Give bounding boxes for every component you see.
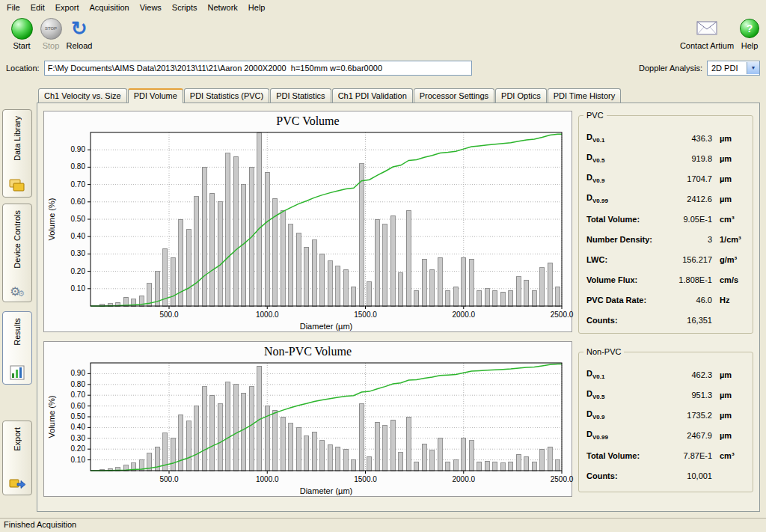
stat-value: 9.05E-1: [640, 215, 720, 224]
menu-file[interactable]: File: [1, 1, 25, 13]
gears-icon: ⚙⚙: [10, 281, 25, 298]
menu-edit[interactable]: Edit: [25, 1, 50, 13]
svg-text:0.90: 0.90: [71, 145, 86, 153]
stat-value: 7.87E-1: [640, 451, 720, 460]
help-button-label: Help: [736, 41, 763, 50]
app-window: FileEditExportAcquisitionViewsScriptsNet…: [0, 0, 766, 532]
export-icon: [9, 474, 26, 491]
stat-unit: cm³: [720, 451, 747, 460]
svg-text:Diameter (µm): Diameter (µm): [300, 486, 353, 495]
pvc-stats-rows: DV0.1436.3µmDV0.5919.8µmDV0.91704.7µmDV0…: [586, 128, 747, 330]
help-button[interactable]: ? Help: [736, 16, 763, 50]
stat-unit: cm/s: [720, 275, 747, 284]
stat-value: 1735.2: [604, 411, 720, 420]
pvc-chart-title: PVC Volume: [46, 113, 570, 128]
svg-text:2500.0: 2500.0: [551, 311, 574, 319]
stat-label: Volume Flux:: [586, 275, 637, 284]
stat-row: DV0.91735.2µm: [586, 405, 747, 425]
reload-button[interactable]: ↻ Reload: [62, 16, 96, 50]
stat-row: Total Volume:7.87E-1cm³: [586, 445, 747, 465]
tab-ch1-velocity-vs-size[interactable]: Ch1 Velocity vs. Size: [38, 88, 127, 103]
menu-export[interactable]: Export: [50, 1, 85, 13]
stat-label: Total Volume:: [586, 215, 640, 224]
stat-row: DV0.992412.6µm: [586, 189, 747, 209]
svg-text:0.80: 0.80: [71, 162, 86, 171]
stat-unit: µm: [720, 391, 747, 400]
stat-label: Counts:: [586, 316, 618, 325]
tab-strip: Ch1 Velocity vs. SizePDI VolumePDI Stati…: [38, 88, 760, 103]
stat-unit: Hz: [720, 296, 747, 305]
stat-value: 462.3: [604, 370, 720, 379]
sidebar-item-label: Export: [13, 427, 22, 451]
sidebar-item-results[interactable]: Results: [2, 311, 32, 385]
sidebar-item-data-library[interactable]: Data Library: [2, 109, 32, 198]
location-input[interactable]: [44, 61, 472, 76]
contact-artium-button[interactable]: Contact Artium: [678, 16, 736, 50]
svg-text:0.40: 0.40: [71, 423, 86, 431]
tab-pdi-statistics-pvc[interactable]: PDI Statistics (PVC): [184, 88, 269, 103]
tab-pdi-optics[interactable]: PDI Optics: [495, 88, 547, 103]
svg-text:2000.0: 2000.0: [452, 311, 475, 319]
stat-label: DV0.5: [586, 153, 604, 164]
stat-value: 16,351: [618, 316, 720, 325]
svg-text:1500.0: 1500.0: [354, 475, 377, 483]
tab-ch1-pdi-validation[interactable]: Ch1 PDI Validation: [332, 88, 413, 103]
pvc-stats-title: PVC: [583, 111, 607, 120]
content-area: Ch1 Velocity vs. SizePDI VolumePDI Stati…: [35, 78, 766, 518]
stat-value: 1704.7: [604, 174, 720, 183]
svg-text:0.20: 0.20: [71, 267, 86, 275]
tab-pdi-volume[interactable]: PDI Volume: [128, 88, 183, 103]
menu-bar: FileEditExportAcquisitionViewsScriptsNet…: [0, 0, 766, 14]
stat-value: 156.217: [607, 255, 720, 264]
sidebar: Data LibraryDevice Controls⚙⚙ResultsExpo…: [0, 78, 35, 518]
nonpvc-stats-group: Non-PVC DV0.1462.3µmDV0.5951.3µmDV0.9173…: [578, 352, 753, 492]
nonpvc-stats-rows: DV0.1462.3µmDV0.5951.3µmDV0.91735.2µmDV0…: [586, 364, 747, 486]
stat-unit: cm³: [720, 215, 747, 224]
stat-unit: µm: [720, 411, 747, 420]
stop-icon: STOP: [40, 18, 62, 40]
svg-text:500.0: 500.0: [159, 475, 178, 483]
status-text: Finished Acquisition: [4, 520, 76, 529]
tab-pdi-time-history[interactable]: PDI Time History: [548, 88, 622, 103]
svg-text:Volume (%): Volume (%): [47, 198, 56, 241]
stat-value: 2412.6: [608, 195, 720, 204]
tab-pdi-statistics[interactable]: PDI Statistics: [270, 88, 331, 103]
doppler-analysis-select[interactable]: 2D PDI ▼: [707, 61, 760, 76]
stat-value: 1.808E-1: [637, 275, 720, 284]
menu-views[interactable]: Views: [135, 1, 167, 13]
status-bar: Finished Acquisition: [0, 518, 766, 532]
sidebar-item-label: Device Controls: [13, 210, 22, 269]
results-icon: [10, 364, 25, 380]
menu-help[interactable]: Help: [243, 1, 271, 13]
stat-value: 436.3: [604, 134, 720, 143]
stat-row: DV0.1462.3µm: [586, 364, 747, 385]
stat-label: Number Density:: [586, 235, 652, 244]
stat-unit: µm: [720, 154, 747, 163]
pvc-volume-chart: 0.100.200.300.400.500.600.700.800.90500.…: [46, 128, 572, 331]
svg-text:1500.0: 1500.0: [354, 311, 377, 319]
menu-network[interactable]: Network: [202, 1, 242, 13]
svg-text:1000.0: 1000.0: [256, 475, 279, 483]
doppler-analysis-value: 2D PDI: [708, 64, 747, 73]
charts-column: PVC Volume 0.100.200.300.400.500.600.700…: [43, 111, 572, 504]
stat-label: PVC Data Rate:: [586, 296, 646, 305]
stat-unit: g/m³: [720, 255, 747, 264]
svg-text:Diameter (µm): Diameter (µm): [300, 322, 353, 331]
stat-value: 10,001: [618, 471, 720, 480]
tab-processor-settings[interactable]: Processor Settings: [414, 88, 494, 103]
stat-label: Counts:: [586, 471, 618, 480]
stat-unit: µm: [720, 174, 747, 183]
stat-label: DV0.99: [586, 193, 608, 204]
toolbar: Start STOP Stop ↻ Reload Contact Artium: [0, 14, 766, 58]
sidebar-item-device-controls[interactable]: Device Controls⚙⚙: [2, 204, 32, 302]
svg-text:0.60: 0.60: [71, 198, 86, 206]
menu-scripts[interactable]: Scripts: [167, 1, 203, 13]
menu-acquisition[interactable]: Acquisition: [85, 1, 135, 13]
stat-label: DV0.99: [586, 429, 608, 441]
stats-column: PVC DV0.1436.3µmDV0.5919.8µmDV0.91704.7µ…: [578, 111, 753, 504]
svg-text:0.70: 0.70: [71, 391, 86, 399]
sidebar-item-export[interactable]: Export: [2, 421, 32, 495]
svg-text:0.90: 0.90: [71, 369, 86, 377]
stat-row: Volume Flux:1.808E-1cm/s: [586, 269, 747, 290]
stat-row: PVC Data Rate:46.0Hz: [586, 290, 747, 310]
